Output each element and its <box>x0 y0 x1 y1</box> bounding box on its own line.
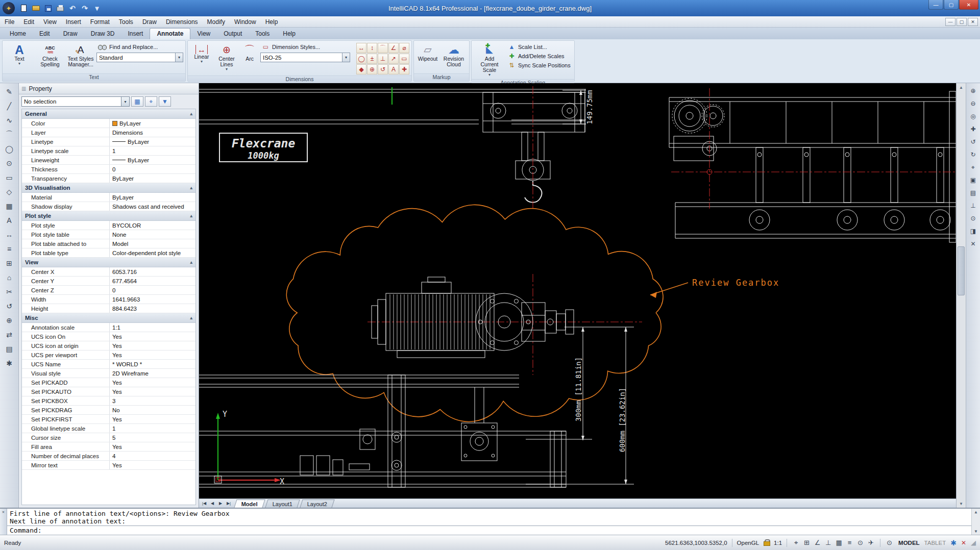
quick-select-button[interactable]: ▦ <box>131 96 143 107</box>
drawing-vertical-scrollbar[interactable]: ▲ ▼ <box>956 83 966 508</box>
property-section-3d-visualisation[interactable]: 3D Visualisation▴ <box>22 183 195 193</box>
ucs-icon[interactable]: ⊥ <box>968 200 979 211</box>
regen-icon[interactable]: ↻ <box>968 149 979 160</box>
property-value[interactable]: Yes <box>110 332 195 341</box>
ribbon-tab-edit[interactable]: Edit <box>33 29 57 39</box>
menu-item-file[interactable]: File <box>0 16 19 27</box>
add-current-scale-button[interactable]: ◣✚ Add Current Scale ▾ <box>474 42 505 78</box>
ribbon-tab-draw-3d[interactable]: Draw 3D <box>84 29 121 39</box>
line-icon[interactable]: ╱ <box>3 99 16 112</box>
ribbon-tab-annotate[interactable]: Annotate <box>150 28 190 39</box>
property-value[interactable]: Yes <box>110 461 195 469</box>
menu-item-edit[interactable]: Edit <box>19 16 39 27</box>
lineweight-icon[interactable]: ≡ <box>845 539 854 547</box>
dimension-tool-icon[interactable]: ▭ <box>399 54 409 64</box>
app-logo-icon[interactable]: ✦ <box>3 2 15 14</box>
dimension-style-select[interactable]: ISO-25 ▾ <box>260 53 350 62</box>
polar-icon[interactable]: ∠ <box>813 539 822 547</box>
dim-149[interactable]: 149.75mm <box>562 90 594 124</box>
menu-item-window[interactable]: Window <box>230 16 261 27</box>
property-value[interactable]: ByLayer <box>110 174 195 183</box>
property-value[interactable]: Dimensions <box>110 128 195 137</box>
property-value[interactable]: None <box>110 230 195 239</box>
ribbon-tab-output[interactable]: Output <box>217 29 249 39</box>
minimize-button[interactable]: — <box>928 0 943 10</box>
dimension-tool-icon[interactable]: ↺ <box>378 64 388 74</box>
dimension-tool-icon[interactable]: ↕ <box>367 43 377 53</box>
property-value[interactable]: Yes <box>110 351 195 359</box>
arc-icon[interactable]: ⌒ <box>3 128 16 141</box>
property-value[interactable]: 6053.716 <box>110 267 195 276</box>
layers-icon[interactable]: ≡ <box>3 242 16 255</box>
trim-icon[interactable]: ✂ <box>3 285 16 298</box>
property-value[interactable]: 5 <box>110 433 195 442</box>
dimension-styles-button[interactable]: ▭ Dimension Styles... <box>260 43 353 51</box>
customize-quick-access-button[interactable]: ▾ <box>91 3 103 14</box>
property-value[interactable]: 1 <box>110 424 195 433</box>
close-button[interactable]: ✕ <box>959 0 978 10</box>
command-scrollbar[interactable]: ▲ ▼ <box>971 509 980 535</box>
property-value[interactable]: 0 <box>110 286 195 294</box>
find-replace-button[interactable]: Find and Replace... <box>96 43 183 51</box>
sync-scale-positions-button[interactable]: ⇅Sync Scale Positions <box>506 62 572 69</box>
property-value[interactable]: BYCOLOR <box>110 221 195 230</box>
annotation-scale-indicator[interactable]: 1:1 <box>774 540 782 546</box>
property-value[interactable]: Yes <box>110 442 195 451</box>
property-value[interactable]: Yes <box>110 341 195 350</box>
close-command-window-icon[interactable]: ✕ <box>2 510 5 535</box>
property-value[interactable]: ByLayer <box>110 193 195 202</box>
undo-icon[interactable]: ↺ <box>3 299 16 312</box>
property-value[interactable]: Yes <box>110 415 195 423</box>
redo-button[interactable]: ↷ <box>79 3 90 14</box>
layout-nav-previous-button[interactable]: ◀ <box>208 501 216 506</box>
property-value[interactable]: * WORLD * <box>110 360 195 368</box>
layout-tab-layout2[interactable]: Layout2 <box>300 499 334 508</box>
close-icon[interactable]: ✕ <box>968 238 979 249</box>
orbit-icon[interactable]: ↺ <box>968 136 979 147</box>
render-icon[interactable]: ◨ <box>968 226 979 236</box>
ribbon-tab-draw[interactable]: Draw <box>57 29 84 39</box>
maximize-button[interactable]: ▢ <box>944 0 959 10</box>
dimension-tool-icon[interactable]: ↗ <box>388 54 399 64</box>
open-file-button[interactable] <box>30 3 41 14</box>
save-button[interactable] <box>42 3 54 14</box>
pan-icon[interactable]: ✚ <box>968 123 979 134</box>
property-value[interactable]: Model <box>110 239 195 248</box>
hatch-icon[interactable]: ▦ <box>3 199 16 212</box>
property-value[interactable]: 4 <box>110 452 195 460</box>
layout-nav-last-button[interactable]: ▶| <box>225 501 233 506</box>
property-value[interactable]: 677.4564 <box>110 277 195 285</box>
linear-dimension-button[interactable]: ↔ Linear ▾ <box>190 42 213 74</box>
center-lines-button[interactable]: ⊕ Center Lines ▾ <box>214 42 239 74</box>
property-value[interactable]: 1641.9663 <box>110 295 195 304</box>
scroll-up-icon[interactable]: ▲ <box>959 83 963 91</box>
menu-item-tools[interactable]: Tools <box>114 16 138 27</box>
title-block[interactable]: Flexcrane 1000kg <box>219 133 307 162</box>
drawing-canvas[interactable]: 149.75mm Flexcrane 1000kg <box>199 83 956 498</box>
pencil-icon[interactable]: ✎ <box>3 85 16 98</box>
model-space-toggle[interactable]: MODEL <box>898 540 920 546</box>
ortho-icon[interactable]: ⊥ <box>824 539 832 547</box>
dimension-tool-icon[interactable]: ± <box>367 54 377 64</box>
ribbon-tab-home[interactable]: Home <box>3 29 33 39</box>
property-value[interactable]: Shadows cast and received <box>110 202 195 211</box>
grid-icon[interactable]: ⊞ <box>3 257 16 269</box>
dimension-tool-icon[interactable]: ◆ <box>356 64 366 74</box>
menu-item-draw[interactable]: Draw <box>138 16 161 27</box>
layout-tab-layout1[interactable]: Layout1 <box>265 499 300 508</box>
dimension-tool-icon[interactable]: ⌒ <box>378 43 388 53</box>
pan-icon[interactable]: ⇄ <box>3 328 16 341</box>
add-delete-scales-button[interactable]: ✚Add/Delete Scales <box>506 53 572 60</box>
property-value[interactable]: 884.6423 <box>110 304 195 313</box>
layout-nav-next-button[interactable]: ▶ <box>216 501 225 506</box>
new-file-button[interactable] <box>18 3 29 14</box>
wipeout-button[interactable]: ▱ Wipeout <box>416 42 439 72</box>
ribbon-tab-help[interactable]: Help <box>276 29 302 39</box>
zoom-extents-icon[interactable]: ◎ <box>968 111 979 121</box>
esnap-icon[interactable]: ⌖ <box>792 539 800 547</box>
settings-icon[interactable]: ✱ <box>3 357 16 369</box>
measure-icon[interactable]: ⌖ <box>968 162 979 172</box>
properties-icon[interactable]: ▤ <box>3 342 16 355</box>
dimension-tool-icon[interactable]: ∠ <box>388 43 399 53</box>
text-button[interactable]: A Text ▾ <box>5 42 34 72</box>
